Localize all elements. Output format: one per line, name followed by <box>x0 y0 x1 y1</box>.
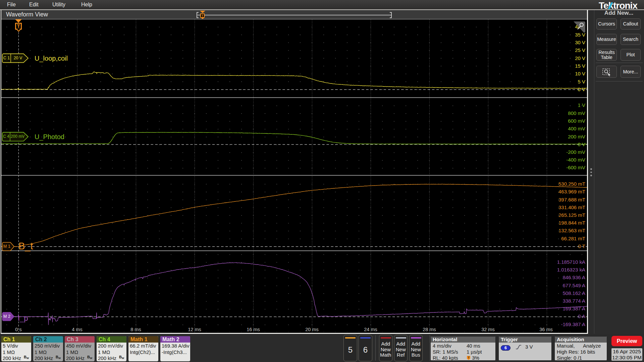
svg-text:U_Photod: U_Photod <box>35 133 64 141</box>
svg-text:800 mV: 800 mV <box>568 110 585 116</box>
svg-text:0 V: 0 V <box>578 86 585 92</box>
svg-text:I_p: I_p <box>18 314 28 322</box>
svg-text:265.125 mT: 265.125 mT <box>558 212 585 218</box>
svg-text:-600 mV: -600 mV <box>566 165 585 170</box>
svg-text:C 4: C 4 <box>3 134 9 139</box>
svg-text:T: T <box>468 356 470 359</box>
svg-text:1 V: 1 V <box>578 102 585 108</box>
svg-text:B_t: B_t <box>18 241 33 251</box>
svg-text:35 V: 35 V <box>575 32 585 38</box>
svg-text:28 ms: 28 ms <box>423 327 436 332</box>
svg-text:15 V: 15 V <box>575 63 585 69</box>
svg-text:T: T <box>17 23 20 29</box>
svg-text:0 T: 0 T <box>578 243 585 249</box>
svg-text:400 mV: 400 mV <box>568 126 585 131</box>
svg-text:-400 mV: -400 mV <box>566 157 585 163</box>
svg-text:331.406 mT: 331.406 mT <box>558 204 585 210</box>
svg-text:600 mV: 600 mV <box>568 118 585 124</box>
svg-text:200 mV: 200 mV <box>568 134 585 139</box>
svg-text:132.563 mT: 132.563 mT <box>558 228 585 233</box>
svg-text:16 ms: 16 ms <box>247 327 260 332</box>
svg-text:66.281 mT: 66.281 mT <box>561 236 585 241</box>
svg-text:20 ms: 20 ms <box>305 327 319 332</box>
svg-text:-200 mV: -200 mV <box>566 149 585 155</box>
svg-text:1.185710 kA: 1.185710 kA <box>557 259 585 265</box>
svg-text:198.844 mT: 198.844 mT <box>558 220 585 226</box>
svg-text:677.549 A: 677.549 A <box>562 283 585 288</box>
svg-text:24 ms: 24 ms <box>364 327 377 332</box>
svg-text:397.688 mT: 397.688 mT <box>558 197 585 202</box>
svg-text:12 ms: 12 ms <box>188 327 201 332</box>
svg-text:0 A: 0 A <box>578 313 585 319</box>
svg-text:U_loop,coil: U_loop,coil <box>35 55 68 62</box>
svg-text:508.162 A: 508.162 A <box>562 290 585 296</box>
svg-text:846.936 A: 846.936 A <box>562 275 585 280</box>
svg-text:20 V: 20 V <box>14 56 22 60</box>
svg-text:32 ms: 32 ms <box>481 327 495 332</box>
svg-text:338.774 A: 338.774 A <box>562 298 585 304</box>
svg-text:8 ms: 8 ms <box>130 327 141 332</box>
svg-text:M 2: M 2 <box>3 314 10 319</box>
svg-text:M 1: M 1 <box>3 244 10 249</box>
svg-text:4 ms: 4 ms <box>72 327 82 332</box>
svg-text:200 mV: 200 mV <box>11 134 24 139</box>
svg-text:463.969 mT: 463.969 mT <box>558 189 585 194</box>
svg-text:20 V: 20 V <box>575 55 585 61</box>
svg-text:1.016323 kA: 1.016323 kA <box>557 267 585 273</box>
svg-text:C 1: C 1 <box>3 56 10 60</box>
svg-text:36 ms: 36 ms <box>539 327 553 332</box>
svg-text:25 V: 25 V <box>575 47 585 53</box>
svg-text:30 V: 30 V <box>575 40 585 45</box>
svg-text:-169.387 A: -169.387 A <box>561 321 585 327</box>
svg-text:5 V: 5 V <box>578 79 585 84</box>
svg-text:530.250 mT: 530.250 mT <box>558 181 585 187</box>
svg-text:10 V: 10 V <box>575 71 585 76</box>
